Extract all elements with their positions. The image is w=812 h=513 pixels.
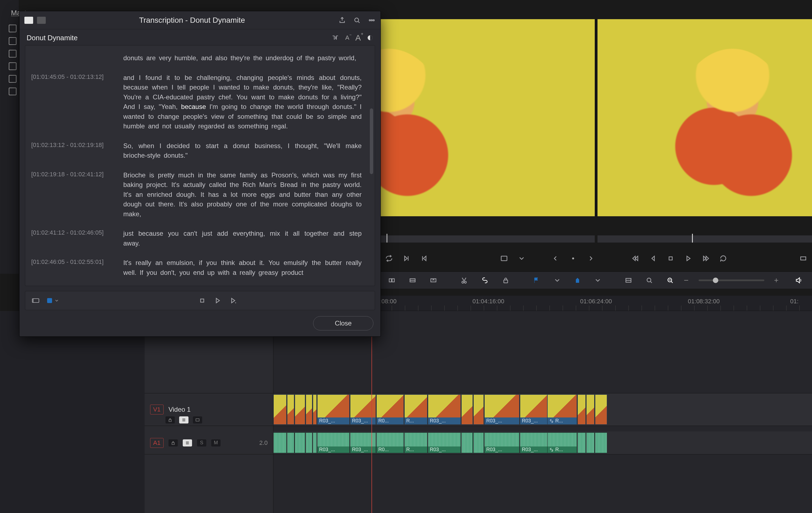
audio-track-lane[interactable]: R03_...R03_...R0...R...R03_...R03_...R03…: [273, 431, 812, 454]
audio-clip[interactable]: [306, 432, 312, 453]
zoom-slider[interactable]: [699, 279, 764, 281]
zoom-to-fit-icon[interactable]: [625, 275, 632, 286]
nav-dot-icon[interactable]: [568, 253, 579, 264]
audio-clip[interactable]: [295, 432, 305, 453]
speaker-icon[interactable]: [795, 275, 803, 286]
search-icon[interactable]: [353, 17, 361, 24]
speaker-color-chip[interactable]: [47, 298, 59, 303]
view-mode-text-icon[interactable]: [24, 17, 33, 24]
auto-select-icon[interactable]: [183, 440, 192, 447]
view-mode-subtitle-icon[interactable]: [37, 17, 46, 24]
play-icon[interactable]: [214, 297, 221, 304]
lock-track-icon[interactable]: [166, 416, 175, 423]
play-in-to-out-icon[interactable]: [229, 297, 237, 304]
transcript-text[interactable]: just because you can't just add everythi…: [123, 229, 361, 248]
audio-clip[interactable]: R0...: [376, 432, 404, 453]
media-in-icon[interactable]: [32, 297, 39, 304]
track-header-v1[interactable]: V1 Video 1: [145, 393, 273, 426]
transcript-row[interactable]: [01:02:13:12 - 01:02:19:18]So, when I de…: [31, 136, 361, 165]
detail-zoom-icon[interactable]: [645, 275, 653, 286]
video-clip[interactable]: [295, 394, 305, 425]
font-larger-icon[interactable]: A+: [355, 33, 361, 42]
audio-clip[interactable]: R03_...: [520, 432, 547, 453]
transcript-text[interactable]: and I found it to be challenging, changi…: [123, 73, 361, 131]
video-clip[interactable]: [461, 394, 473, 425]
video-clip[interactable]: [313, 394, 317, 425]
match-frame-icon[interactable]: [499, 253, 510, 264]
video-clip[interactable]: [473, 394, 484, 425]
audio-clip[interactable]: [586, 432, 594, 453]
step-back-icon[interactable]: [648, 253, 659, 264]
video-clip[interactable]: R03_...: [317, 394, 350, 425]
stop-icon[interactable]: [198, 297, 206, 304]
loop-icon[interactable]: [383, 253, 395, 264]
audio-clip[interactable]: R...: [404, 432, 427, 453]
video-clip[interactable]: [578, 394, 586, 425]
transcript-row[interactable]: [01:02:41:12 - 01:02:46:05]just because …: [31, 224, 361, 253]
full-extent-icon[interactable]: [798, 253, 809, 264]
solo-toggle[interactable]: S: [197, 440, 206, 447]
source-scrub-bar[interactable]: [380, 235, 595, 243]
transcript-text[interactable]: So, when I decided to start a donut busi…: [123, 141, 361, 160]
nav-next-icon[interactable]: [585, 253, 596, 264]
video-clip[interactable]: R...: [547, 394, 577, 425]
video-track-lane[interactable]: R03_...R03_...R0...R...R03_...R03_...R03…: [273, 393, 812, 426]
clear-in-out-icon[interactable]: [331, 34, 339, 41]
font-smaller-icon[interactable]: A−: [345, 34, 349, 41]
go-start-icon[interactable]: [630, 253, 641, 264]
chevron-down-icon[interactable]: [594, 275, 602, 286]
program-scrub-bar[interactable]: [598, 235, 812, 243]
auto-select-icon[interactable]: [179, 416, 188, 423]
video-clip[interactable]: [273, 394, 287, 425]
track-badge-a1[interactable]: A1: [150, 438, 164, 448]
audio-clip[interactable]: [595, 432, 607, 453]
transcript-row[interactable]: donuts are very humble, and also they're…: [31, 48, 361, 68]
export-icon[interactable]: [338, 17, 346, 24]
track-badge-v1[interactable]: V1: [150, 404, 164, 415]
transcript-row[interactable]: [01:02:55:01 - 01:02:56:01]that tears ap…: [31, 282, 361, 286]
video-clip[interactable]: [586, 394, 594, 425]
transcript-scroll[interactable]: donuts are very humble, and also they're…: [25, 46, 375, 286]
video-clip[interactable]: R03_...: [428, 394, 461, 425]
track-header-a1[interactable]: A1 S M 2.0: [145, 431, 273, 454]
audio-clip[interactable]: [287, 432, 294, 453]
stop-icon[interactable]: [665, 253, 676, 264]
marker-icon[interactable]: [574, 275, 581, 286]
insert-clip-icon[interactable]: [388, 275, 396, 286]
chevron-down-icon[interactable]: [516, 253, 527, 264]
overwrite-clip-icon[interactable]: [409, 275, 416, 286]
video-clip[interactable]: R03_...: [484, 394, 519, 425]
video-clip[interactable]: R0...: [376, 394, 404, 425]
source-viewer[interactable]: [380, 19, 595, 216]
go-end-icon[interactable]: [700, 253, 711, 264]
transcript-row[interactable]: [01:02:19:18 - 01:02:41:12]Brioche is pr…: [31, 165, 361, 224]
program-viewer[interactable]: [598, 19, 812, 216]
link-icon[interactable]: [481, 275, 489, 286]
transcript-text[interactable]: It's really an emulsion, if you think ab…: [123, 258, 361, 277]
tracks-area[interactable]: R03_...R03_...R0...R...R03_...R03_...R03…: [273, 311, 812, 513]
video-clip[interactable]: R...: [404, 394, 427, 425]
audio-clip[interactable]: R03_...: [484, 432, 519, 453]
razor-icon[interactable]: [460, 275, 468, 286]
audio-clip[interactable]: R...: [547, 432, 577, 453]
transcript-text[interactable]: Brioche is pretty much in the same famil…: [123, 170, 361, 219]
audio-clip[interactable]: [473, 432, 484, 453]
contrast-icon[interactable]: [367, 34, 373, 41]
transcript-text[interactable]: donuts are very humble, and also they're…: [123, 53, 361, 63]
flag-icon[interactable]: [532, 275, 540, 286]
video-clip[interactable]: R03_...: [520, 394, 547, 425]
play-icon[interactable]: [683, 253, 694, 264]
mute-toggle[interactable]: M: [211, 440, 221, 447]
audio-clip[interactable]: [313, 432, 317, 453]
more-icon[interactable]: [368, 17, 376, 24]
audio-clip[interactable]: R03_...: [428, 432, 461, 453]
chevron-down-icon[interactable]: [553, 275, 561, 286]
scrollbar-thumb[interactable]: [370, 109, 373, 174]
custom-zoom-icon[interactable]: [666, 275, 674, 286]
lock-track-icon[interactable]: [169, 440, 178, 447]
video-clip[interactable]: [595, 394, 607, 425]
thumbnail-toggle-icon[interactable]: [193, 416, 202, 423]
transcript-row[interactable]: [01:02:46:05 - 01:02:55:01]It's really a…: [31, 253, 361, 282]
loop-playback-icon[interactable]: [718, 253, 729, 264]
audio-clip[interactable]: [273, 432, 287, 453]
